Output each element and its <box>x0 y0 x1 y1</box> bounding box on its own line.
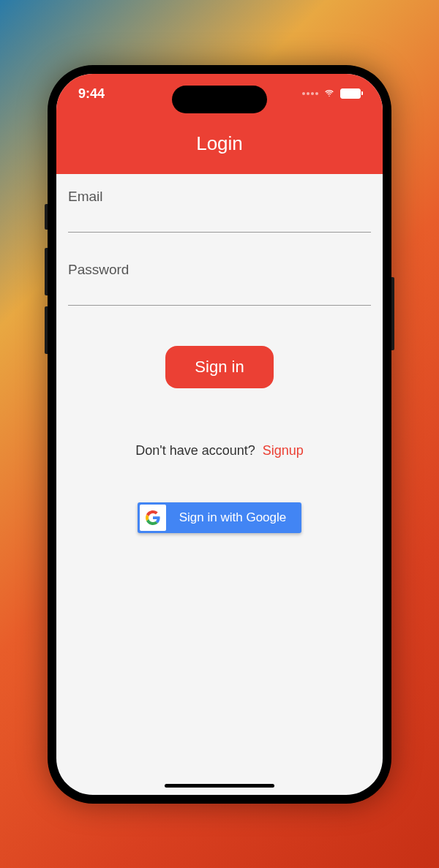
password-field-group: Password <box>68 262 371 306</box>
google-signin-button[interactable]: Sign in with Google <box>138 502 301 533</box>
login-form: Email Password Sign in Don't have accoun… <box>56 174 383 548</box>
email-label: Email <box>68 189 371 211</box>
signup-prompt: Don't have account? <box>135 443 255 458</box>
battery-icon <box>340 88 361 99</box>
google-button-label: Sign in with Google <box>166 510 299 525</box>
dynamic-island <box>172 86 267 113</box>
screen: 9:44 Login Email Password <box>56 74 383 795</box>
phone-silent-switch <box>45 204 48 230</box>
password-input[interactable] <box>68 284 371 306</box>
phone-power-button <box>391 277 394 350</box>
phone-volume-down <box>45 306 48 354</box>
status-time: 9:44 <box>78 86 105 102</box>
email-input[interactable] <box>68 211 371 233</box>
page-title: Login <box>196 132 243 155</box>
email-field-group: Email <box>68 189 371 233</box>
cellular-signal-icon <box>302 92 318 95</box>
home-indicator[interactable] <box>165 784 274 788</box>
google-icon <box>140 505 166 531</box>
app-bar: Login <box>56 114 383 174</box>
password-label: Password <box>68 262 371 284</box>
signup-link[interactable]: Signup <box>263 443 304 458</box>
status-right <box>302 86 361 102</box>
wifi-icon <box>323 86 336 102</box>
phone-volume-up <box>45 248 48 295</box>
phone-frame: 9:44 Login Email Password <box>48 65 391 804</box>
signup-row: Don't have account? Signup <box>68 443 371 458</box>
signin-button[interactable]: Sign in <box>165 346 273 388</box>
